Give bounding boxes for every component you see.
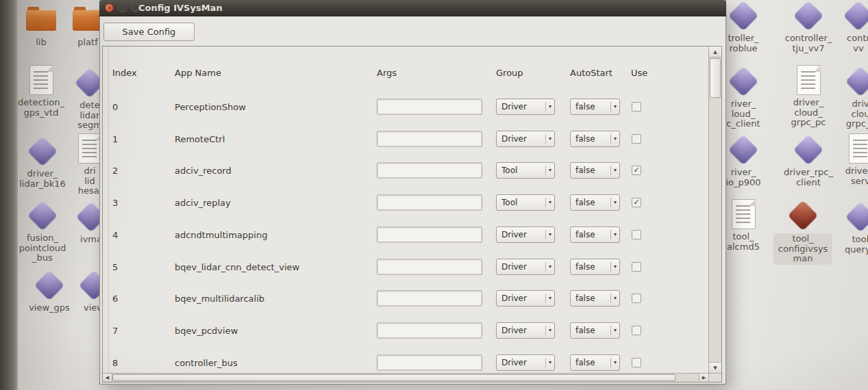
args-input[interactable] — [377, 322, 482, 338]
group-dropdown[interactable]: Driver▾ — [496, 131, 555, 147]
dropdown-separator — [545, 134, 546, 144]
autostart-dropdown[interactable]: false▾ — [570, 322, 620, 339]
autostart-dropdown[interactable]: false▾ — [570, 290, 620, 307]
chevron-down-icon: ▾ — [549, 135, 551, 142]
minimize-button[interactable] — [118, 3, 127, 12]
icon-label: driver_serv — [845, 166, 868, 186]
scroll-up-icon[interactable]: ▲ — [709, 47, 721, 57]
dropdown-separator — [610, 358, 611, 367]
dropdown-separator — [610, 134, 611, 144]
icon-label: river_loud_c_client — [726, 99, 760, 129]
group-value: Driver — [501, 102, 545, 112]
icon-glyph-wrap — [797, 134, 819, 166]
close-icon: ✕ — [107, 5, 112, 11]
icon-glyph-wrap — [732, 66, 754, 97]
chevron-down-icon: ▾ — [549, 167, 551, 173]
icon-label-line: man — [793, 254, 813, 264]
horizontal-scrollbar[interactable]: ◀ ▶ — [103, 373, 708, 382]
desktop-icon-driv-clou-grpc-s[interactable]: drivclougrpc_s — [823, 66, 868, 129]
args-input[interactable] — [377, 99, 482, 114]
group-value: Driver — [501, 230, 545, 239]
scroll-left-icon[interactable]: ◀ — [103, 374, 112, 382]
group-dropdown[interactable]: Driver▾ — [496, 290, 555, 307]
group-dropdown[interactable]: Driver▾ — [496, 259, 555, 275]
args-input[interactable] — [377, 259, 482, 274]
row-index: 0 — [112, 101, 118, 112]
use-checkbox[interactable] — [632, 294, 641, 303]
dropdown-separator — [545, 198, 546, 207]
scroll-down-icon[interactable]: ▼ — [709, 362, 721, 373]
horizontal-scroll-thumb[interactable] — [112, 374, 675, 381]
args-input[interactable] — [377, 290, 482, 306]
document-icon — [849, 133, 868, 164]
table-row: 1RemoteCtrlDriver▾false▾ — [103, 122, 708, 155]
icon-label-line: serv — [851, 177, 868, 187]
icon-label-line: segm — [77, 120, 102, 131]
autostart-value: false — [575, 358, 610, 367]
dropdown-separator — [610, 262, 611, 272]
args-input[interactable] — [377, 354, 482, 370]
table-row: 7bqev_pcdviewDriver▾false▾ — [103, 314, 708, 346]
desktop-icon-tool-queryn[interactable]: toolqueryn — [823, 201, 868, 255]
args-input[interactable] — [377, 131, 482, 146]
args-input[interactable] — [377, 194, 482, 210]
args-input[interactable] — [377, 226, 482, 242]
use-checkbox[interactable] — [632, 102, 641, 112]
desktop-icon-driver-serv[interactable]: driver_serv — [823, 133, 868, 186]
group-value: Driver — [501, 262, 545, 272]
chevron-down-icon: ▾ — [549, 231, 551, 237]
diamond-icon — [787, 200, 818, 231]
save-config-button[interactable]: Save Config — [103, 23, 195, 41]
icon-label-line: contr — [847, 34, 868, 44]
use-checkbox[interactable]: ✓ — [632, 198, 641, 207]
autostart-dropdown[interactable]: false▾ — [570, 354, 620, 371]
icon-label-line: _bus — [32, 253, 53, 263]
autostart-dropdown[interactable]: false▾ — [570, 162, 620, 179]
titlebar[interactable]: ✕ Config IVSysMan — [99, 0, 726, 16]
dropdown-separator — [610, 198, 611, 207]
args-input[interactable] — [377, 162, 482, 178]
icon-label-line: grpc_pc — [791, 118, 826, 128]
icon-label-line: io_p900 — [726, 178, 760, 188]
autostart-dropdown[interactable]: false▾ — [570, 226, 620, 243]
group-value: Driver — [501, 294, 545, 303]
use-checkbox[interactable] — [632, 230, 641, 239]
use-checkbox[interactable] — [632, 262, 641, 272]
icon-label: river_io_p900 — [726, 168, 760, 187]
dropdown-separator — [545, 358, 546, 367]
icon-label-line: driver_ — [845, 166, 868, 177]
autostart-dropdown[interactable]: false▾ — [570, 99, 620, 115]
row-app-name: bqev_pcdview — [175, 325, 238, 335]
dropdown-separator — [545, 102, 546, 112]
use-checkbox[interactable]: ✓ — [632, 166, 641, 175]
autostart-value: false — [575, 262, 610, 272]
group-dropdown[interactable]: Tool▾ — [496, 162, 555, 179]
icon-glyph-wrap — [797, 0, 819, 31]
chevron-down-icon: ▾ — [614, 359, 617, 365]
use-checkbox[interactable] — [632, 134, 641, 144]
close-button[interactable]: ✕ — [105, 3, 114, 12]
group-value: Driver — [501, 326, 545, 335]
use-checkbox[interactable] — [632, 326, 641, 335]
autostart-dropdown[interactable]: false▾ — [570, 131, 620, 147]
vertical-scroll-thumb[interactable] — [710, 58, 721, 98]
group-value: Driver — [501, 358, 545, 367]
vertical-scrollbar[interactable]: ▲ ▼ — [708, 47, 721, 373]
scroll-right-icon[interactable]: ▶ — [699, 374, 708, 382]
group-dropdown[interactable]: Driver▾ — [496, 354, 555, 371]
autostart-dropdown[interactable]: false▾ — [570, 194, 620, 211]
autostart-dropdown[interactable]: false▾ — [570, 259, 620, 275]
desktop-icon-contr-vv[interactable]: contrvv — [821, 0, 868, 53]
group-dropdown[interactable]: Driver▾ — [496, 322, 555, 339]
group-dropdown[interactable]: Tool▾ — [496, 194, 555, 211]
dropdown-separator — [545, 326, 546, 335]
icon-label-line: tool_ — [732, 232, 754, 242]
group-dropdown[interactable]: Driver▾ — [496, 226, 555, 243]
use-checkbox[interactable] — [632, 358, 641, 367]
group-dropdown[interactable]: Driver▾ — [496, 99, 555, 115]
icon-label: drivclougrpc_s — [846, 99, 868, 129]
chevron-down-icon: ▾ — [614, 263, 617, 270]
icon-glyph-wrap — [792, 200, 814, 231]
chevron-down-icon: ▾ — [614, 135, 617, 142]
chevron-down-icon: ▾ — [614, 199, 617, 205]
